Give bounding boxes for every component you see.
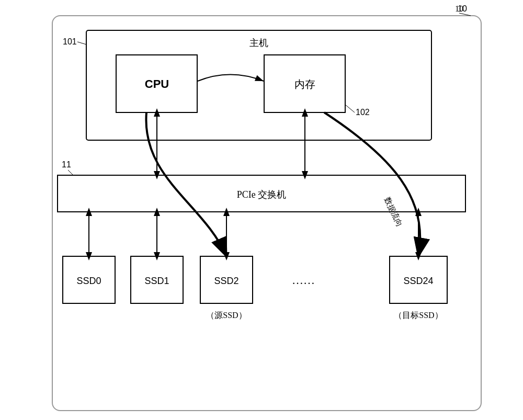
diagram-svg: 主机 CPU 内存 PCIe 交换机 SSD0 SSD1 SSD2 …… SSD… — [0, 0, 523, 420]
ref-10: 10 — [455, 4, 463, 14]
svg-rect-1 — [86, 30, 431, 140]
svg-text:101: 101 — [63, 37, 77, 46]
svg-rect-0 — [52, 16, 481, 411]
svg-text:102: 102 — [356, 108, 370, 117]
svg-text:SSD0: SSD0 — [76, 276, 101, 286]
svg-line-30 — [345, 105, 355, 112]
svg-text:11: 11 — [62, 160, 71, 169]
svg-rect-16 — [390, 256, 447, 303]
svg-text:PCIe 交换机: PCIe 交换机 — [237, 189, 287, 200]
svg-rect-9 — [63, 256, 115, 303]
svg-rect-3 — [116, 55, 197, 112]
svg-rect-7 — [58, 175, 465, 212]
svg-text:数据流向: 数据流向 — [383, 196, 404, 228]
svg-line-32 — [68, 170, 73, 175]
svg-text:SSD24: SSD24 — [403, 276, 433, 286]
svg-text:内存: 内存 — [294, 78, 315, 90]
svg-text:（目标SSD）: （目标SSD） — [394, 311, 442, 320]
svg-text:（源SSD）: （源SSD） — [206, 311, 246, 320]
svg-line-28 — [77, 42, 86, 44]
svg-text:……: …… — [292, 274, 315, 287]
svg-text:主机: 主机 — [249, 38, 268, 48]
svg-text:CPU: CPU — [145, 77, 169, 90]
diagram-container: 10 主机 CPU 内存 PCIe 交换机 SSD0 SSD1 SSD2 …… — [0, 0, 523, 420]
svg-text:SSD2: SSD2 — [214, 276, 238, 286]
svg-rect-5 — [264, 55, 345, 112]
svg-rect-13 — [200, 256, 253, 303]
svg-rect-11 — [131, 256, 183, 303]
svg-text:SSD1: SSD1 — [144, 276, 169, 286]
